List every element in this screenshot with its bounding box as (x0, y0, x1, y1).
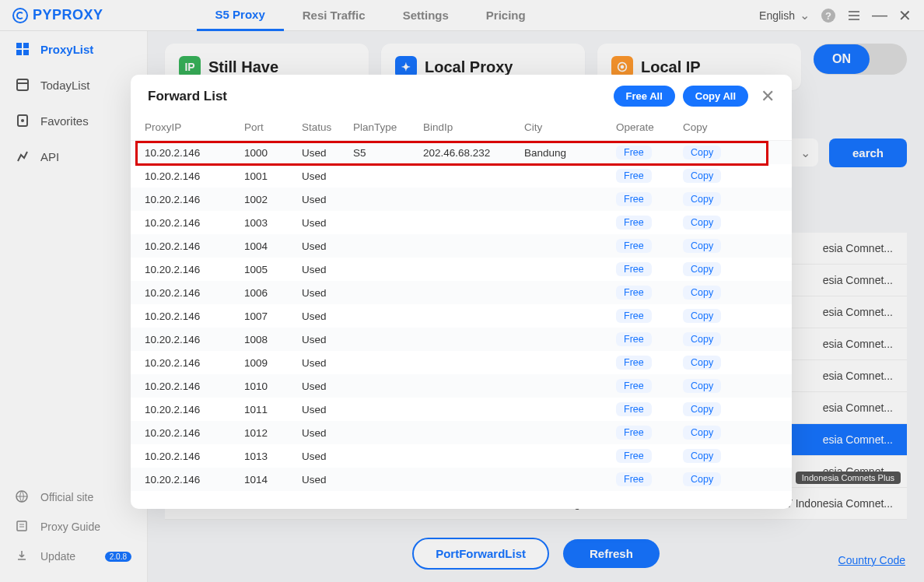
cell-bindip: 202.46.68.232 (423, 147, 524, 159)
forward-row: 10.20.2.1461000UsedS5202.46.68.232Bandun… (131, 141, 792, 164)
copy-button[interactable]: Copy (683, 192, 721, 206)
forward-row: 10.20.2.1461014UsedFreeCopy (131, 468, 792, 491)
cell-port: 1010 (244, 380, 302, 392)
cell-plantype: S5 (353, 147, 423, 159)
copy-button[interactable]: Copy (683, 286, 721, 300)
cell-port: 1014 (244, 474, 302, 486)
modal-header: Forward List Free All Copy All ✕ (131, 75, 792, 114)
cell-proxyip: 10.20.2.146 (145, 357, 244, 369)
col-copy: Copy (683, 121, 730, 133)
cell-port: 1005 (244, 264, 302, 275)
copy-button[interactable]: Copy (683, 309, 721, 323)
cell-proxyip: 10.20.2.146 (145, 334, 244, 345)
col-bindip: BindIp (423, 121, 524, 133)
cell-status: Used (302, 240, 353, 252)
cell-status: Used (302, 334, 353, 345)
col-operate: Operate (616, 121, 683, 133)
free-button[interactable]: Free (616, 262, 652, 276)
copy-button[interactable]: Copy (683, 216, 721, 230)
forward-row: 10.20.2.1461002UsedFreeCopy (131, 188, 792, 211)
cell-status: Used (302, 357, 353, 369)
forward-row: 10.20.2.1461010UsedFreeCopy (131, 374, 792, 398)
copy-button[interactable]: Copy (683, 146, 721, 160)
free-button[interactable]: Free (616, 286, 652, 300)
forward-row: 10.20.2.1461009UsedFreeCopy (131, 351, 792, 374)
cell-status: Used (302, 147, 353, 159)
cell-proxyip: 10.20.2.146 (145, 194, 244, 205)
col-plantype: PlanType (353, 121, 423, 133)
col-city: City (524, 121, 616, 133)
free-button[interactable]: Free (616, 472, 652, 486)
copy-button[interactable]: Copy (683, 426, 721, 440)
cell-proxyip: 10.20.2.146 (145, 404, 244, 415)
free-button[interactable]: Free (616, 356, 652, 370)
cell-port: 1009 (244, 357, 302, 369)
free-button[interactable]: Free (616, 332, 652, 346)
cell-status: Used (302, 404, 353, 415)
cell-port: 1002 (244, 194, 302, 205)
cell-port: 1007 (244, 310, 302, 322)
cell-port: 1001 (244, 170, 302, 182)
copy-button[interactable]: Copy (683, 239, 721, 253)
free-button[interactable]: Free (616, 239, 652, 253)
free-button[interactable]: Free (616, 169, 652, 183)
cell-status: Used (302, 194, 353, 205)
copy-button[interactable]: Copy (683, 262, 721, 276)
cell-proxyip: 10.20.2.146 (145, 147, 244, 159)
forward-row: 10.20.2.1461011UsedFreeCopy (131, 398, 792, 421)
forward-row: 10.20.2.1461001UsedFreeCopy (131, 164, 792, 188)
copy-all-button[interactable]: Copy All (683, 86, 748, 107)
forward-row: 10.20.2.1461012UsedFreeCopy (131, 421, 792, 444)
forward-row: 10.20.2.1461003UsedFreeCopy (131, 211, 792, 234)
cell-port: 1000 (244, 147, 302, 159)
modal-table-header: ProxyIP Port Status PlanType BindIp City… (131, 114, 792, 141)
free-button[interactable]: Free (616, 192, 652, 206)
copy-button[interactable]: Copy (683, 472, 721, 486)
forward-row: 10.20.2.1461008UsedFreeCopy (131, 328, 792, 351)
free-button[interactable]: Free (616, 309, 652, 323)
copy-button[interactable]: Copy (683, 332, 721, 346)
cell-proxyip: 10.20.2.146 (145, 264, 244, 275)
cell-port: 1004 (244, 240, 302, 252)
cell-port: 1012 (244, 427, 302, 439)
cell-city: Bandung (524, 147, 616, 159)
cell-status: Used (302, 170, 353, 182)
copy-button[interactable]: Copy (683, 356, 721, 370)
cell-proxyip: 10.20.2.146 (145, 310, 244, 322)
free-button[interactable]: Free (616, 449, 652, 463)
cell-status: Used (302, 451, 353, 462)
cell-status: Used (302, 264, 353, 275)
col-port: Port (244, 121, 302, 133)
cell-proxyip: 10.20.2.146 (145, 474, 244, 486)
cell-status: Used (302, 287, 353, 299)
cell-proxyip: 10.20.2.146 (145, 287, 244, 299)
cell-status: Used (302, 380, 353, 392)
modal-table-body: 10.20.2.1461000UsedS5202.46.68.232Bandun… (131, 141, 792, 509)
cell-proxyip: 10.20.2.146 (145, 380, 244, 392)
forward-row: 10.20.2.1461004UsedFreeCopy (131, 234, 792, 258)
copy-button[interactable]: Copy (683, 379, 721, 393)
copy-button[interactable]: Copy (683, 169, 721, 183)
cell-status: Used (302, 474, 353, 486)
cell-port: 1013 (244, 451, 302, 462)
copy-button[interactable]: Copy (683, 449, 721, 463)
cell-status: Used (302, 427, 353, 439)
cell-port: 1008 (244, 334, 302, 345)
free-button[interactable]: Free (616, 402, 652, 416)
free-all-button[interactable]: Free All (614, 86, 675, 107)
modal-close-icon[interactable]: ✕ (761, 86, 775, 107)
cell-proxyip: 10.20.2.146 (145, 451, 244, 462)
cell-port: 1003 (244, 217, 302, 229)
cell-proxyip: 10.20.2.146 (145, 217, 244, 229)
modal-title: Forward List (148, 89, 227, 104)
forward-row: 10.20.2.1461006UsedFreeCopy (131, 281, 792, 304)
copy-button[interactable]: Copy (683, 402, 721, 416)
forward-row: 10.20.2.1461013UsedFreeCopy (131, 444, 792, 468)
free-button[interactable]: Free (616, 146, 652, 160)
cell-port: 1011 (244, 404, 302, 415)
free-button[interactable]: Free (616, 216, 652, 230)
cell-port: 1006 (244, 287, 302, 299)
free-button[interactable]: Free (616, 379, 652, 393)
free-button[interactable]: Free (616, 426, 652, 440)
forward-row: 10.20.2.1461005UsedFreeCopy (131, 258, 792, 281)
